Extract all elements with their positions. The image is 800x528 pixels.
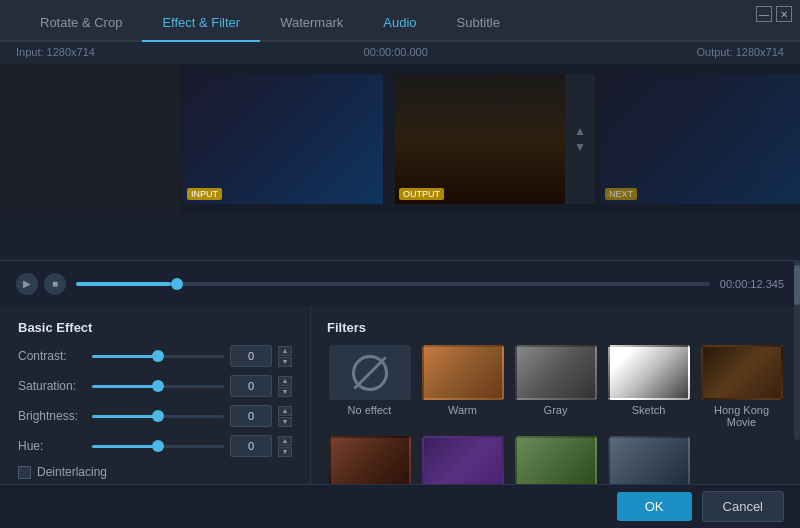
filters-grid: No effect Warm Gray Sketch Hong Kong Mov… xyxy=(327,345,784,495)
ok-button[interactable]: OK xyxy=(617,492,692,521)
cut-arrow-up: ▲ xyxy=(574,124,586,138)
hue-up[interactable]: ▲ xyxy=(278,436,292,446)
brightness-down[interactable]: ▼ xyxy=(278,417,292,427)
timeline-bar: ▶ ■ 00:00:12.345 xyxy=(0,260,800,306)
filter-thumb-gray xyxy=(515,345,597,400)
filter-thumb-2c xyxy=(515,436,597,491)
thumb-label-3: NEXT xyxy=(605,188,637,200)
saturation-label: Saturation: xyxy=(18,379,86,393)
brightness-input[interactable] xyxy=(230,405,272,427)
saturation-input[interactable] xyxy=(230,375,272,397)
brightness-label: Brightness: xyxy=(18,409,86,423)
timecode-label: 00:00:00.000 xyxy=(364,46,428,60)
timeline-scrubber[interactable] xyxy=(76,282,710,286)
close-button[interactable]: ✕ xyxy=(776,6,792,22)
minimize-button[interactable]: — xyxy=(756,6,772,22)
filter-sketch[interactable]: Sketch xyxy=(606,345,691,428)
basic-effect-panel: Basic Effect Contrast: ▲ ▼ Saturation: xyxy=(0,306,310,484)
saturation-up[interactable]: ▲ xyxy=(278,376,292,386)
tab-rotate[interactable]: Rotate & Crop xyxy=(20,5,142,42)
timeline-time: 00:00:12.345 xyxy=(720,278,784,290)
filter-thumb-no-effect xyxy=(329,345,411,400)
filter-label-sketch: Sketch xyxy=(632,404,666,416)
bottom-bar: OK Cancel xyxy=(0,484,800,528)
thumb-label-1: INPUT xyxy=(187,188,222,200)
filters-title: Filters xyxy=(327,320,784,335)
brightness-row: Brightness: ▲ ▼ xyxy=(18,405,292,427)
input-label: Input: 1280x714 xyxy=(16,46,95,60)
filter-label-no-effect: No effect xyxy=(348,404,392,416)
basic-effect-title: Basic Effect xyxy=(18,320,292,335)
play-button[interactable]: ▶ xyxy=(16,273,38,295)
hue-row: Hue: ▲ ▼ xyxy=(18,435,292,457)
hue-label: Hue: xyxy=(18,439,86,453)
filter-thumb-warm xyxy=(422,345,504,400)
cut-arrow-down: ▼ xyxy=(574,140,586,154)
contrast-row: Contrast: ▲ ▼ xyxy=(18,345,292,367)
brightness-slider[interactable] xyxy=(92,408,224,424)
stop-button[interactable]: ■ xyxy=(44,273,66,295)
contrast-slider[interactable] xyxy=(92,348,224,364)
filter-gray[interactable]: Gray xyxy=(513,345,598,428)
thumb-cut: ▲ ▼ xyxy=(565,74,595,204)
filters-panel: Filters No effect Warm Gray xyxy=(310,306,800,484)
hue-down[interactable]: ▼ xyxy=(278,447,292,457)
thumb-label-2: OUTPUT xyxy=(399,188,444,200)
filter-thumb-hk xyxy=(701,345,783,400)
brightness-spinners: ▲ ▼ xyxy=(278,406,292,427)
preview-thumb-2: OUTPUT ▲ ▼ xyxy=(395,74,595,204)
preview-area: Input: 1280x714 00:00:00.000 Output: 128… xyxy=(0,42,800,260)
cancel-button[interactable]: Cancel xyxy=(702,491,784,522)
hue-slider[interactable] xyxy=(92,438,224,454)
saturation-down[interactable]: ▼ xyxy=(278,387,292,397)
preview-thumb-3: NEXT xyxy=(601,74,800,204)
scrollbar-thumb[interactable] xyxy=(794,265,800,305)
right-scrollbar[interactable] xyxy=(794,260,800,440)
preview-spacer xyxy=(0,64,180,214)
contrast-up[interactable]: ▲ xyxy=(278,346,292,356)
preview-thumbnails: INPUT OUTPUT ▲ ▼ NEXT xyxy=(0,64,800,214)
no-effect-icon xyxy=(352,355,388,391)
tab-effect[interactable]: Effect & Filter xyxy=(142,5,260,42)
filter-no-effect[interactable]: No effect xyxy=(327,345,412,428)
main-content: Basic Effect Contrast: ▲ ▼ Saturation: xyxy=(0,306,800,484)
contrast-label: Contrast: xyxy=(18,349,86,363)
hue-spinners: ▲ ▼ xyxy=(278,436,292,457)
saturation-slider[interactable] xyxy=(92,378,224,394)
deinterlacing-checkbox[interactable] xyxy=(18,466,31,479)
deinterlacing-row: Deinterlacing xyxy=(18,465,292,479)
title-bar: — ✕ xyxy=(748,0,800,28)
tab-subtitle[interactable]: Subtitle xyxy=(437,5,520,42)
tab-audio[interactable]: Audio xyxy=(363,5,436,42)
filter-thumb-2d xyxy=(608,436,690,491)
contrast-down[interactable]: ▼ xyxy=(278,357,292,367)
output-label: Output: 1280x714 xyxy=(697,46,784,60)
hue-input[interactable] xyxy=(230,435,272,457)
saturation-row: Saturation: ▲ ▼ xyxy=(18,375,292,397)
brightness-up[interactable]: ▲ xyxy=(278,406,292,416)
filter-thumb-2b xyxy=(422,436,504,491)
filter-warm[interactable]: Warm xyxy=(420,345,505,428)
filter-label-gray: Gray xyxy=(544,404,568,416)
tab-watermark[interactable]: Watermark xyxy=(260,5,363,42)
scrubber-thumb[interactable] xyxy=(171,278,183,290)
contrast-spinners: ▲ ▼ xyxy=(278,346,292,367)
tab-bar: Rotate & Crop Effect & Filter Watermark … xyxy=(0,0,800,42)
filter-thumb-2a xyxy=(329,436,411,491)
filter-hk-movie[interactable]: Hong Kong Movie xyxy=(699,345,784,428)
deinterlacing-label: Deinterlacing xyxy=(37,465,107,479)
saturation-spinners: ▲ ▼ xyxy=(278,376,292,397)
contrast-input[interactable] xyxy=(230,345,272,367)
preview-labels: Input: 1280x714 00:00:00.000 Output: 128… xyxy=(0,42,800,64)
timeline-controls: ▶ ■ xyxy=(16,273,66,295)
filter-thumb-sketch xyxy=(608,345,690,400)
filter-label-hk: Hong Kong Movie xyxy=(699,404,784,428)
filter-label-warm: Warm xyxy=(448,404,477,416)
preview-thumb-1: INPUT xyxy=(183,74,383,204)
